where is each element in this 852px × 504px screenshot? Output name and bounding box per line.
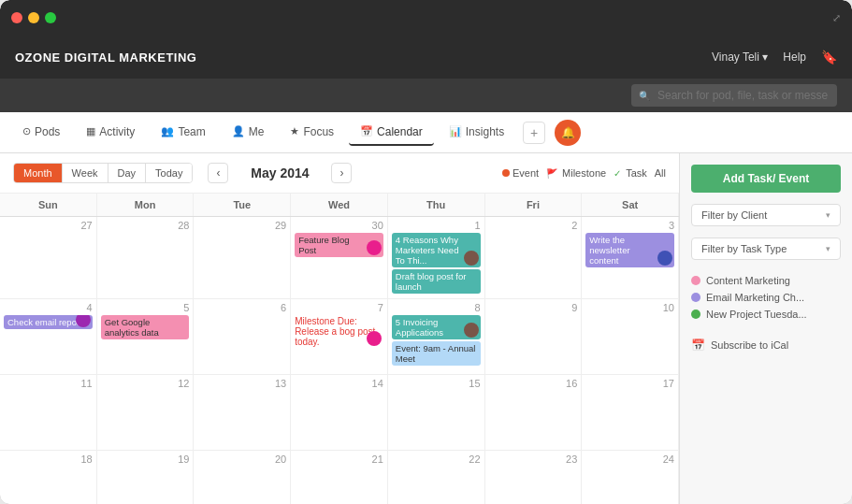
cell-19: 19	[97, 451, 195, 504]
cell-18: 18	[0, 451, 97, 504]
avatar-6	[464, 323, 479, 338]
week-4: 18 19 20 21 22 23 24	[0, 451, 679, 504]
header-tue: Tue	[194, 194, 291, 216]
filter-task-type-button[interactable]: Filter by Task Type ▾	[691, 238, 841, 260]
subscribe-icon: 📅	[691, 338, 705, 352]
event-annual-meet[interactable]: Event: 9am - Annual Meet	[392, 341, 481, 366]
header-thu: Thu	[388, 194, 485, 216]
view-day-button[interactable]: Day	[108, 164, 147, 182]
close-button[interactable]	[11, 12, 22, 23]
filter-client-arrow: ▾	[826, 210, 830, 220]
pods-icon: ⊙	[22, 125, 31, 137]
view-today-button[interactable]: Today	[146, 164, 192, 182]
event-draft-blog[interactable]: Draft blog post for launch	[392, 269, 481, 294]
team-icon: 👥	[161, 125, 174, 137]
help-link[interactable]: Help	[783, 50, 806, 64]
cell-13: 13	[194, 375, 291, 450]
add-task-button[interactable]: Add Task/ Event	[691, 165, 841, 193]
avatar-1	[367, 240, 382, 255]
avatar-3	[657, 251, 672, 266]
legend-dot-3	[691, 310, 700, 319]
legend-content-marketing[interactable]: Content Marketing	[691, 275, 841, 286]
traffic-lights	[11, 12, 56, 23]
legend-email-marketing[interactable]: Email Marketing Ch...	[691, 292, 841, 303]
avatar-5	[367, 331, 382, 346]
tab-team-label: Team	[178, 125, 205, 138]
event-google-analytics[interactable]: Get Google analytics data	[101, 315, 190, 339]
main-content: Month Week Day Today ‹ May 2014 › Event	[0, 153, 852, 504]
cell-22: 22	[388, 451, 485, 504]
header-sun: Sun	[0, 194, 97, 216]
days-header: Sun Mon Tue Wed Thu Fri Sat	[0, 194, 679, 217]
tab-activity-label: Activity	[99, 125, 135, 138]
cell-15: 15	[388, 375, 485, 450]
event-newsletter[interactable]: Write the newsletter content	[585, 233, 674, 267]
search-input[interactable]	[631, 84, 837, 107]
cell-6: 6	[194, 299, 291, 374]
topnav: OZONE DIGITAL MARKETING Vinay Teli ▾ Hel…	[0, 36, 852, 79]
cell-16: 16	[485, 375, 583, 450]
next-month-button[interactable]: ›	[331, 163, 352, 183]
cell-8: 8 5 Invoicing Applications Event: 9am - …	[388, 299, 485, 374]
cell-3: 3 Write the newsletter content	[582, 217, 679, 298]
user-menu[interactable]: Vinay Teli ▾	[712, 50, 768, 64]
add-tab-button[interactable]: +	[523, 122, 545, 144]
week-3: 11 12 13 14 15 16 17	[0, 375, 679, 451]
search-wrap	[631, 84, 837, 107]
filter-milestone[interactable]: 🚩 Milestone	[546, 167, 606, 179]
filter-all[interactable]: All	[655, 167, 666, 179]
orange-tab-button[interactable]: 🔔	[555, 120, 581, 146]
tab-calendar[interactable]: 📅 Calendar	[349, 120, 434, 146]
cell-21: 21	[291, 451, 388, 504]
app-title: OZONE DIGITAL MARKETING	[15, 50, 196, 65]
cell-17: 17	[582, 375, 679, 450]
view-month-button[interactable]: Month	[14, 164, 63, 182]
legend: Content Marketing Email Marketing Ch... …	[691, 275, 841, 320]
focus-icon: ★	[290, 125, 299, 137]
tab-insights[interactable]: 📊 Insights	[438, 120, 515, 146]
activity-icon: ▦	[86, 125, 95, 137]
event-feature-blog[interactable]: Feature Blog Post	[295, 233, 383, 257]
tab-team[interactable]: 👥 Team	[150, 120, 216, 146]
app-window: ⤢ OZONE DIGITAL MARKETING Vinay Teli ▾ H…	[0, 0, 852, 504]
tab-pods[interactable]: ⊙ Pods	[11, 120, 71, 146]
subscribe-ical-button[interactable]: 📅 Subscribe to iCal	[691, 338, 841, 352]
view-week-button[interactable]: Week	[63, 164, 108, 182]
tab-focus[interactable]: ★ Focus	[279, 120, 345, 146]
calendar-header: Month Week Day Today ‹ May 2014 › Event	[0, 153, 679, 194]
tabbar: ⊙ Pods ▦ Activity 👥 Team 👤 Me ★ Focus 📅 …	[0, 112, 852, 153]
event-invoicing[interactable]: 5 Invoicing Applications	[392, 315, 481, 339]
sidebar: Add Task/ Event Filter by Client ▾ Filte…	[679, 153, 852, 504]
cell-7: 7 Milestone Due: Release a bog post toda…	[291, 299, 388, 374]
filter-task-arrow: ▾	[826, 244, 830, 253]
cell-12: 12	[97, 375, 195, 450]
orange-tab-icon: 🔔	[561, 126, 575, 139]
cell-10: 10	[582, 299, 679, 374]
event-milestone[interactable]: Milestone Due: Release a bog post today.	[295, 315, 383, 348]
filter-event[interactable]: Event	[502, 167, 539, 179]
insights-icon: 📊	[449, 125, 462, 137]
event-4-reasons[interactable]: 4 Reasons Why Marketers Need To Thi...	[392, 233, 481, 267]
tab-activity[interactable]: ▦ Activity	[75, 120, 146, 146]
event-check-email[interactable]: Check email reports	[4, 315, 93, 329]
tab-calendar-label: Calendar	[377, 125, 423, 138]
calendar-filters: Event 🚩 Milestone ✓ Task All	[502, 167, 666, 179]
minimize-button[interactable]	[28, 12, 39, 23]
tab-me[interactable]: 👤 Me	[221, 120, 276, 146]
tab-pods-label: Pods	[35, 125, 60, 138]
cell-11: 11	[0, 375, 97, 450]
calendar-icon: 📅	[360, 125, 373, 137]
titlebar: ⤢	[0, 0, 852, 36]
prev-month-button[interactable]: ‹	[208, 163, 228, 183]
calendar-nav: ‹ May 2014 ›	[208, 163, 352, 183]
filter-task[interactable]: ✓ Task	[614, 167, 647, 179]
week-1: 27 28 29 30 Feature Blog Post 1 4 Reason…	[0, 217, 679, 299]
tab-insights-label: Insights	[466, 125, 504, 138]
bookmark-icon[interactable]: 🔖	[821, 50, 837, 65]
legend-new-project[interactable]: New Project Tuesda...	[691, 309, 841, 320]
cell-27-prev: 27	[0, 217, 97, 298]
milestone-icon: 🚩	[546, 168, 557, 179]
cell-29-prev: 29	[194, 217, 291, 298]
maximize-button[interactable]	[45, 12, 56, 23]
filter-client-button[interactable]: Filter by Client ▾	[691, 204, 841, 226]
